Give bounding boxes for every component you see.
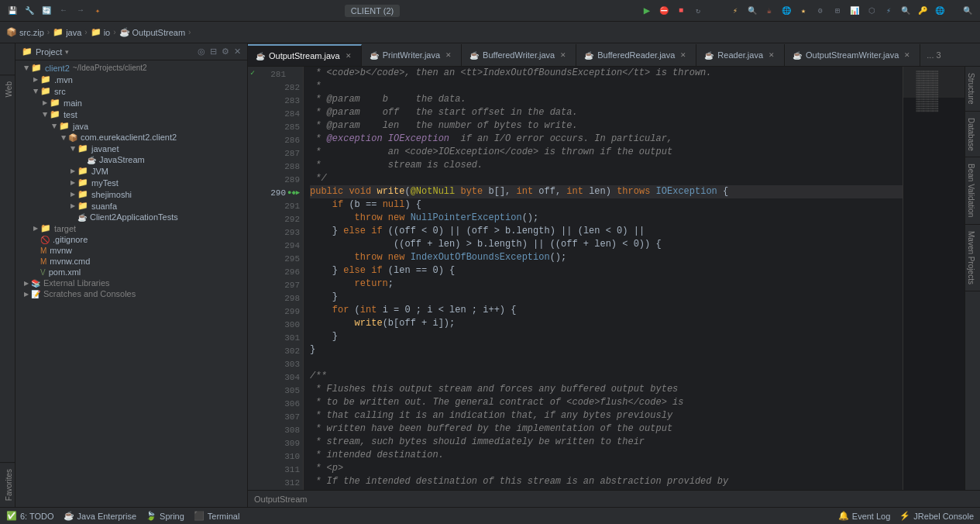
bottom-jrebel[interactable]: ⚡ JRebel Console: [899, 511, 974, 521]
left-tab-web[interactable]: Web: [0, 74, 15, 103]
code-line-285: * @param len the number of bytes to writ…: [310, 119, 903, 133]
tree-item-mvnw[interactable]: ▶ M mvnw: [15, 245, 247, 256]
tab-printwriter[interactable]: ☕ PrintWriter.java ✕: [362, 44, 462, 66]
gutter-295: 295: [257, 253, 303, 266]
breadcrumb-outputstream[interactable]: ☕ OutputStream: [119, 27, 185, 37]
ln-294: 294: [278, 240, 300, 253]
tree-item-jvm[interactable]: ▶ 📁 JVM: [15, 165, 247, 177]
code-line-292: throw new NullPointerException();: [310, 212, 903, 225]
tab-more[interactable]: ... 3: [920, 44, 947, 66]
toolbar-search2[interactable]: 🔍: [899, 5, 912, 17]
tree-item-javanet[interactable]: ▶ 📁 javanet: [15, 143, 247, 154]
breadcrumb-java[interactable]: 📁 java: [53, 27, 81, 37]
toolbar-globe[interactable]: 🌐: [780, 5, 793, 17]
toolbar-grid[interactable]: ⊞: [831, 5, 844, 17]
tab-bufferedreader[interactable]: ☕ BufferedReader.java ✕: [576, 44, 696, 66]
toolbar-hex[interactable]: ⬡: [865, 5, 878, 17]
bottom-tab-spring[interactable]: 🍃 Spring: [146, 511, 184, 521]
top-toolbar: 💾 🔧 🔄 ← → ✦ CLIENT (2) ▶ ⛔ ■ ↻ ⚡ 🔍 ☕ 🌐 ★…: [0, 0, 980, 22]
tree-item-suanfa[interactable]: ▶ 📁 suanfa: [15, 200, 247, 212]
arrow-mvn: ▶: [31, 76, 40, 83]
toolbar-chart[interactable]: 📊: [848, 5, 861, 17]
ln-284: 284: [278, 108, 300, 121]
toolbar-lightning[interactable]: ⚡: [729, 5, 741, 17]
ln-302: 302: [278, 345, 300, 358]
toolbar-lock[interactable]: 🔑: [916, 5, 929, 17]
tree-locate-icon[interactable]: ◎: [198, 47, 205, 57]
tab-outputstream-close[interactable]: ✕: [344, 51, 353, 60]
tree-item-target[interactable]: ▶ 📁 target: [15, 222, 247, 234]
project-name[interactable]: CLIENT (2): [345, 5, 400, 17]
stop-icon[interactable]: ■: [675, 5, 687, 17]
tree-item-pomxml[interactable]: ▶ V pom.xml: [15, 267, 247, 278]
bottom-eventlog[interactable]: 🔔 Event Log: [838, 511, 891, 521]
project-dropdown-icon[interactable]: ▾: [65, 48, 69, 56]
run-icon[interactable]: ▶: [641, 5, 653, 17]
tree-label-mvn: .mvn: [54, 75, 73, 84]
gutter-290: 290●◆▶: [257, 187, 303, 200]
code-line-303: [310, 357, 903, 370]
save-icon[interactable]: 💾: [6, 5, 19, 17]
tree-item-apptests[interactable]: ▶ ☕ Client2ApplicationTests: [15, 212, 247, 222]
toolbar-star[interactable]: ★: [797, 5, 810, 17]
toolbar-coffee[interactable]: ☕: [763, 5, 775, 17]
tab-printwriter-close[interactable]: ✕: [444, 50, 453, 60]
tree-label-client2: client2: [45, 64, 70, 73]
tree-item-shejimoshi[interactable]: ▶ 📁 shejimoshi: [15, 188, 247, 200]
tree-item-java[interactable]: ▶ 📁 java: [15, 120, 247, 132]
left-tab-favorites[interactable]: Favorites: [0, 462, 15, 507]
tree-item-gitignore[interactable]: ▶ 🚫 .gitignore: [15, 234, 247, 245]
arrow-src: ▶: [33, 87, 40, 96]
tree-item-javastream[interactable]: ▶ ☕ JavaStream: [15, 154, 247, 165]
breadcrumb-io[interactable]: 📁 io: [91, 27, 111, 37]
forward-icon[interactable]: →: [74, 5, 87, 17]
right-tab-database[interactable]: Database: [965, 112, 980, 158]
code-text[interactable]: * <code>b</code>, then an <tt>IndexOutOf…: [304, 67, 903, 490]
toolbar-maximize[interactable]: 🔍: [961, 5, 974, 17]
debug-icon[interactable]: ⛔: [658, 5, 670, 17]
tab-outputstreamwriter-close[interactable]: ✕: [903, 50, 912, 60]
tree-item-client2[interactable]: ▶ 📁 client2 ~/IdeaProjects/client2: [15, 62, 247, 74]
arrow-scratches: ▶: [22, 291, 31, 298]
tree-item-mvn[interactable]: ▶ 📁 .mvn: [15, 74, 247, 85]
bottom-tab-todo[interactable]: ✅ 6: TODO: [6, 511, 54, 521]
toolbar-world[interactable]: 🌐: [934, 5, 946, 17]
bottom-tab-terminal[interactable]: ⬛ Terminal: [194, 511, 240, 521]
breadcrumb-srczip[interactable]: 📦 src.zip: [6, 27, 44, 37]
back-icon[interactable]: ←: [57, 5, 70, 17]
right-tab-beanval[interactable]: Bean Validation: [965, 157, 980, 224]
tree-item-package[interactable]: ▶ 📦 com.eurekaclient2.client2: [15, 132, 247, 143]
file-tree: 📁 Project ▾ ◎ ⊟ ⚙ ✕ ▶ 📁 client2 ~/IdeaPr…: [15, 43, 248, 507]
tree-label-javanet: javanet: [91, 144, 119, 153]
toolbar-gear[interactable]: ⚙: [814, 5, 827, 17]
toolbar-bolt[interactable]: ⚡: [882, 5, 895, 17]
right-vertical-tabs: Structure Database Bean Validation Maven…: [965, 67, 980, 490]
tab-bufferedwriter-close[interactable]: ✕: [559, 50, 568, 60]
gutter-282: 282: [257, 81, 303, 95]
tab-outputstreamwriter[interactable]: ☕ OutputStreamWriter.java ✕: [785, 44, 920, 66]
icon2[interactable]: 🔧: [23, 5, 36, 17]
tree-close-icon[interactable]: ✕: [234, 47, 241, 57]
tree-item-test[interactable]: ▶ 📁 test: [15, 109, 247, 120]
bottom-tab-javaenterprise[interactable]: ☕ Java Enterprise: [64, 511, 136, 521]
tab-reader[interactable]: ☕ Reader.java ✕: [696, 44, 785, 66]
tab-bufferedwriter[interactable]: ☕ BufferedWriter.java ✕: [462, 44, 576, 66]
tree-item-src[interactable]: ▶ 📁 src: [15, 85, 247, 97]
tab-bufferedreader-close[interactable]: ✕: [679, 50, 688, 60]
tab-outputstream[interactable]: ☕ OutputStream.java ✕: [248, 44, 362, 66]
right-tab-structure[interactable]: Structure: [965, 67, 980, 112]
toolbar-search[interactable]: 🔍: [746, 5, 758, 17]
tree-collapse-icon[interactable]: ⊟: [210, 47, 217, 57]
toolbar-refresh[interactable]: ↻: [692, 5, 704, 17]
tree-item-main[interactable]: ▶ 📁 main: [15, 97, 247, 109]
tree-item-mvnwcmd[interactable]: ▶ M mvnw.cmd: [15, 256, 247, 267]
tree-item-scratches[interactable]: ▶ 📝 Scratches and Consoles: [15, 288, 247, 299]
ln-307: 307: [278, 411, 300, 424]
tree-item-mytest[interactable]: ▶ 📁 myTest: [15, 177, 247, 188]
icon3[interactable]: 🔄: [40, 5, 53, 17]
tab-reader-close[interactable]: ✕: [767, 50, 776, 60]
right-tab-maven[interactable]: Maven Projects: [965, 225, 980, 291]
marker-icon[interactable]: ✦: [91, 5, 104, 17]
tree-item-extlibs[interactable]: ▶ 📚 External Libraries: [15, 278, 247, 288]
tree-settings-icon[interactable]: ⚙: [222, 47, 229, 57]
